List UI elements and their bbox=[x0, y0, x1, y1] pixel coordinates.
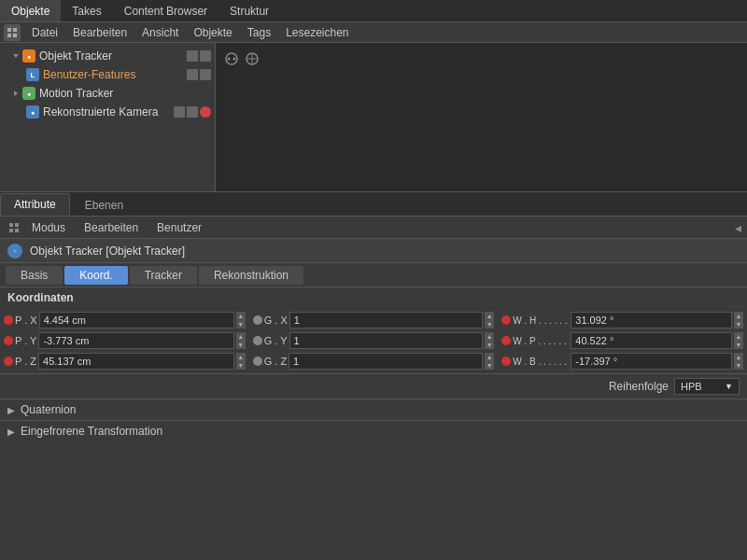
object-info-label: Objekt Tracker [Objekt Tracker] bbox=[30, 245, 185, 258]
menu-datei[interactable]: Datei bbox=[24, 24, 65, 41]
coord-arrow-down-wh[interactable]: ▼ bbox=[734, 320, 743, 329]
tracker-dot-2 bbox=[244, 50, 261, 67]
motion-tracker-icon: ● bbox=[22, 87, 35, 100]
coord-dot-gz bbox=[253, 357, 262, 366]
coord-tab-rekonstruktion[interactable]: Rekonstruktion bbox=[199, 266, 303, 285]
coord-label-gy: G . Y bbox=[264, 335, 288, 346]
svg-rect-2 bbox=[7, 34, 11, 37]
menu-objekte[interactable]: Objekte bbox=[186, 24, 239, 41]
menu-bearbeiten[interactable]: Bearbeiten bbox=[65, 24, 134, 41]
coord-arrows-gz[interactable]: ▲ ▼ bbox=[485, 353, 494, 370]
coord-arrow-up-gz[interactable]: ▲ bbox=[485, 353, 494, 361]
objekt-tracker-label: Objekt Tracker bbox=[39, 49, 112, 63]
coord-label-gx: G . X bbox=[264, 315, 288, 326]
attr-tab-bar: Attribute Ebenen bbox=[0, 192, 747, 217]
menu-lesezeichen[interactable]: Lesezeichen bbox=[278, 24, 356, 41]
tab-takes[interactable]: Takes bbox=[61, 0, 112, 21]
coord-value-wb[interactable]: -17.397 ° bbox=[571, 353, 732, 370]
sub-menu-left: Modus Bearbeiten Benutzer bbox=[6, 219, 211, 236]
menu-ansicht[interactable]: Ansicht bbox=[134, 24, 186, 41]
coord-dot-wb bbox=[501, 357, 511, 366]
coord-arrow-down-px[interactable]: ▼ bbox=[236, 320, 246, 329]
coord-arrow-up-wh[interactable]: ▲ bbox=[734, 312, 743, 320]
reihenfolge-select[interactable]: HPB ▼ bbox=[674, 378, 740, 395]
tree-item-motion-tracker[interactable]: ● Motion Tracker bbox=[0, 84, 215, 103]
coord-value-gy[interactable]: 1 bbox=[289, 332, 484, 349]
coord-tab-tracker[interactable]: Tracker bbox=[130, 266, 197, 285]
rekonstruierte-kamera-icon: ● bbox=[26, 105, 39, 119]
coord-arrow-up-px[interactable]: ▲ bbox=[236, 312, 246, 320]
tracker-dot-1 bbox=[223, 50, 240, 67]
coord-arrow-up-wp[interactable]: ▲ bbox=[734, 332, 743, 341]
koordinaten-title: Koordinaten bbox=[0, 287, 747, 308]
sub-menu-benutzer[interactable]: Benutzer bbox=[148, 219, 211, 236]
coord-value-py[interactable]: -3.773 cm bbox=[38, 332, 233, 349]
quaternion-header[interactable]: ▶ Quaternion bbox=[0, 399, 747, 420]
coord-arrow-down-gz[interactable]: ▼ bbox=[485, 361, 494, 370]
coord-arrows-wb[interactable]: ▲ ▼ bbox=[734, 353, 743, 370]
tree-item-objekt-tracker[interactable]: ● Objekt Tracker bbox=[0, 47, 215, 65]
tree-item-benutzer-features[interactable]: L Benutzer-Features bbox=[0, 65, 215, 84]
coord-arrows-gy[interactable]: ▲ ▼ bbox=[485, 332, 494, 349]
coord-label-wh: W . H . . . . . . bbox=[513, 315, 569, 326]
menu-bar: Datei Bearbeiten Ansicht Objekte Tags Le… bbox=[0, 22, 747, 43]
coord-dot-wp bbox=[501, 336, 511, 345]
menu-tags[interactable]: Tags bbox=[240, 24, 278, 41]
sub-menu-modus[interactable]: Modus bbox=[22, 219, 75, 236]
tab-content-browser[interactable]: Content Browser bbox=[113, 0, 218, 21]
coord-value-pz[interactable]: 45.137 cm bbox=[38, 353, 234, 370]
arrow-right-icon: ◂ bbox=[735, 220, 741, 235]
eingefrorene-transformation-header[interactable]: ▶ Eingefrorene Transformation bbox=[0, 421, 747, 441]
koordinaten-grid: P . X 4.454 cm ▲ ▼ G . X 1 ▲ ▼ W . H . .… bbox=[0, 308, 747, 373]
tab-objekte[interactable]: Objekte bbox=[0, 0, 61, 21]
vis-icon-4 bbox=[200, 69, 211, 80]
coord-arrow-down-wb[interactable]: ▼ bbox=[734, 361, 743, 370]
vis-icon-3 bbox=[187, 69, 198, 80]
coord-value-wp[interactable]: 40.522 ° bbox=[571, 332, 732, 349]
svg-rect-14 bbox=[9, 229, 13, 232]
coord-arrow-down-wp[interactable]: ▼ bbox=[734, 341, 743, 349]
quaternion-section: ▶ Quaternion bbox=[0, 399, 747, 420]
sub-menu-grid-icon[interactable] bbox=[6, 219, 22, 236]
attribute-panel: Modus Bearbeiten Benutzer ◂ Objekt Track… bbox=[0, 217, 747, 441]
coord-row-px: P . X 4.454 cm ▲ ▼ bbox=[0, 310, 249, 330]
eingefrorene-transformation-label: Eingefrorene Transformation bbox=[21, 425, 162, 438]
coord-row-wp: W . P . . . . . . 40.522 ° ▲ ▼ bbox=[498, 330, 747, 351]
motion-tracker-label: Motion Tracker bbox=[39, 87, 113, 100]
tab-attribute[interactable]: Attribute bbox=[0, 193, 70, 216]
coord-arrow-up-gy[interactable]: ▲ bbox=[485, 332, 494, 341]
coord-value-px[interactable]: 4.454 cm bbox=[39, 312, 234, 329]
quaternion-arrow-icon: ▶ bbox=[7, 405, 15, 415]
tab-struktur[interactable]: Struktur bbox=[218, 0, 280, 21]
coord-arrows-gx[interactable]: ▲ ▼ bbox=[485, 312, 494, 329]
coord-arrow-up-pz[interactable]: ▲ bbox=[236, 353, 246, 361]
vis-icon-2 bbox=[200, 50, 211, 62]
tree-item-rekonstruierte-kamera[interactable]: ● Rekonstruierte Kamera bbox=[0, 103, 215, 121]
coord-arrow-up-py[interactable]: ▲ bbox=[236, 332, 246, 341]
coord-arrows-px[interactable]: ▲ ▼ bbox=[236, 312, 246, 329]
menu-grid-icon[interactable] bbox=[4, 24, 21, 41]
coord-arrows-pz[interactable]: ▲ ▼ bbox=[236, 353, 246, 370]
coord-value-wh[interactable]: 31.092 ° bbox=[571, 312, 732, 329]
coord-arrow-down-gy[interactable]: ▼ bbox=[485, 341, 494, 349]
svg-marker-4 bbox=[13, 54, 19, 58]
coord-row-wb: W . B . . . . . . -17.397 ° ▲ ▼ bbox=[498, 351, 747, 371]
coord-dot-py bbox=[4, 336, 13, 345]
coord-arrows-py[interactable]: ▲ ▼ bbox=[236, 332, 246, 349]
benutzer-features-label: Benutzer-Features bbox=[43, 68, 135, 81]
svg-point-7 bbox=[228, 58, 231, 61]
coord-value-gz[interactable]: 1 bbox=[289, 353, 483, 370]
coord-tab-koord[interactable]: Koord. bbox=[64, 266, 127, 285]
coord-tab-basis[interactable]: Basis bbox=[6, 266, 63, 285]
coord-arrows-wp[interactable]: ▲ ▼ bbox=[734, 332, 743, 349]
scene-tree-area: ● Objekt Tracker L Benutzer-Features ● M… bbox=[0, 43, 747, 192]
coord-arrow-down-gx[interactable]: ▼ bbox=[485, 320, 494, 329]
coord-arrow-up-wb[interactable]: ▲ bbox=[734, 353, 743, 361]
coord-arrow-up-gx[interactable]: ▲ bbox=[485, 312, 494, 320]
coord-value-gx[interactable]: 1 bbox=[289, 312, 484, 329]
coord-arrows-wh[interactable]: ▲ ▼ bbox=[734, 312, 743, 329]
tab-ebenen[interactable]: Ebenen bbox=[72, 195, 136, 216]
coord-arrow-down-pz[interactable]: ▼ bbox=[236, 361, 246, 370]
sub-menu-bearbeiten[interactable]: Bearbeiten bbox=[75, 219, 148, 236]
coord-arrow-down-py[interactable]: ▼ bbox=[236, 341, 246, 349]
